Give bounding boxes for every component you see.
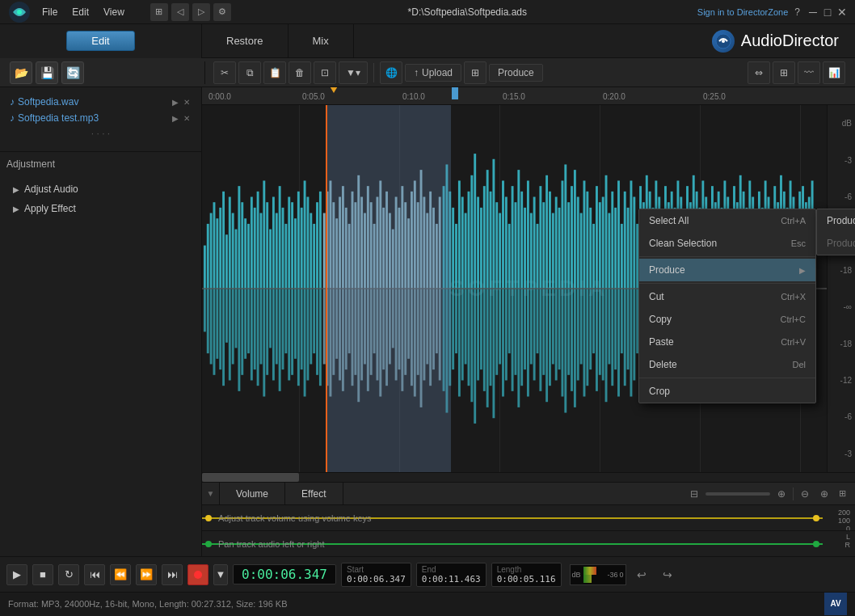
scroll-down-arrow[interactable]: · · · · xyxy=(6,126,195,141)
apply-effect-item[interactable]: ▶ Apply Effect xyxy=(6,199,195,218)
maximize-btn[interactable]: □ xyxy=(821,6,834,19)
submenu-produce-video[interactable]: Produce Video xyxy=(817,232,855,255)
svg-rect-272 xyxy=(617,289,620,397)
ctx-copy[interactable]: Copy Ctrl+C xyxy=(639,308,815,331)
prev-btn[interactable]: ⏮ xyxy=(84,564,105,585)
file-play-btn-1[interactable]: ▶ xyxy=(171,97,180,108)
svg-rect-153 xyxy=(244,289,246,359)
svg-rect-39 xyxy=(306,197,309,289)
tab-effect[interactable]: Effect xyxy=(285,483,343,504)
left-panel-header: Edit xyxy=(0,24,202,58)
volume-scale: 200 100 0 xyxy=(838,508,850,533)
svg-rect-137 xyxy=(614,208,617,289)
record-menu-btn[interactable]: ▼ xyxy=(213,564,228,585)
svg-rect-238 xyxy=(512,289,514,391)
help-btn[interactable]: ? xyxy=(794,6,800,18)
trim-icon[interactable]: ⊡ xyxy=(314,61,336,84)
zoom-slider[interactable] xyxy=(705,492,770,496)
ctx-produce[interactable]: Produce ▶ xyxy=(639,259,815,281)
menu-view[interactable]: View xyxy=(97,5,131,19)
upload-btn[interactable]: ↑ Upload xyxy=(405,64,461,82)
file-delete-btn-1[interactable]: ✕ xyxy=(182,97,192,108)
svg-rect-166 xyxy=(284,289,287,353)
mix-tab[interactable]: Mix xyxy=(289,24,354,58)
copy-icon[interactable]: ⧉ xyxy=(238,61,261,84)
save-icon[interactable]: 💾 xyxy=(36,61,58,84)
world-icon[interactable]: 🌐 xyxy=(380,61,402,84)
app-logo-icon xyxy=(8,1,31,23)
ctx-crop[interactable]: Crop xyxy=(639,380,815,403)
list-item[interactable]: ♪ Softpedia test.mp3 ▶ ✕ xyxy=(6,110,195,126)
svg-rect-14 xyxy=(229,197,231,289)
ctx-cut[interactable]: Cut Ctrl+X xyxy=(639,285,815,308)
zoom-fit-icon[interactable]: ⊟ xyxy=(686,486,702,502)
sign-in-link[interactable]: Sign in to DirectorZone xyxy=(697,7,789,17)
ctx-delete[interactable]: Delete Del xyxy=(639,353,815,376)
menu-edit[interactable]: Edit xyxy=(65,5,95,19)
ctx-cut-label: Cut xyxy=(649,291,664,302)
adjust-audio-item[interactable]: ▶ Adjust Audio xyxy=(6,179,195,199)
zoom-in-h-icon[interactable]: ⊕ xyxy=(816,486,832,502)
produce-btn[interactable]: Produce xyxy=(489,64,543,82)
submenu-produce-audio[interactable]: Produce Audio xyxy=(817,209,855,232)
svg-rect-225 xyxy=(470,289,473,402)
wave-view-icon[interactable]: 〰 xyxy=(798,61,820,84)
zoom-out-h-icon[interactable]: ⊖ xyxy=(797,486,813,502)
db-label-inf: -∞ xyxy=(844,302,852,311)
restore-mix-bar: Restore Mix AudioDirector xyxy=(202,24,855,58)
menu-file[interactable]: File xyxy=(36,5,64,19)
spectrum-icon[interactable]: 📊 xyxy=(823,61,845,84)
svg-rect-93 xyxy=(477,197,479,289)
waveform-scrollbar[interactable] xyxy=(202,472,855,482)
tab-scroll-arrow[interactable]: ▼ xyxy=(202,483,220,504)
next-btn[interactable]: ⏭ xyxy=(162,564,183,585)
svg-rect-124 xyxy=(574,170,576,289)
svg-rect-155 xyxy=(251,289,253,381)
waveform-expand-icon[interactable]: ⇔ xyxy=(748,61,770,84)
cut-icon[interactable]: ✂ xyxy=(213,61,236,84)
ctx-select-all[interactable]: Select All Ctrl+A xyxy=(639,209,815,232)
svg-rect-275 xyxy=(627,208,630,289)
refresh-icon[interactable]: 🔄 xyxy=(61,61,84,84)
grid-icon[interactable]: ⊞ xyxy=(773,61,795,84)
record-btn[interactable] xyxy=(187,564,208,585)
settings-icon[interactable]: ⚙ xyxy=(213,3,231,21)
scroll-thumb[interactable] xyxy=(202,473,299,482)
ctx-clean-selection[interactable]: Clean Selection Esc xyxy=(639,232,815,255)
file-delete-btn-2[interactable]: ✕ xyxy=(182,113,192,124)
undo-btn[interactable]: ↩ xyxy=(631,564,652,585)
rewind-btn[interactable]: ⏪ xyxy=(110,564,131,585)
loop-btn[interactable]: ↻ xyxy=(58,564,79,585)
ctx-paste[interactable]: Paste Ctrl+V xyxy=(639,331,815,353)
file-play-btn-2[interactable]: ▶ xyxy=(171,113,180,124)
zoom-in-icon[interactable]: ⊕ xyxy=(773,486,790,502)
list-item[interactable]: ♪ Softpedia.wav ▶ ✕ xyxy=(6,94,195,110)
svg-rect-220 xyxy=(455,289,457,353)
produce-submenu: Produce Audio Produce Video xyxy=(816,209,855,255)
toolbar-icon-3[interactable]: ▷ xyxy=(192,3,210,21)
forward-btn[interactable]: ⏩ xyxy=(136,564,157,585)
paste-icon[interactable]: 📋 xyxy=(263,61,286,84)
chevron-right-icon-2: ▶ xyxy=(13,205,19,213)
toolbar-icon-1[interactable]: ⊞ xyxy=(150,3,168,21)
svg-rect-146 xyxy=(222,289,225,386)
import-icon[interactable]: ⊞ xyxy=(464,61,486,84)
play-btn[interactable]: ▶ xyxy=(6,564,27,585)
zoom-reset-icon[interactable]: ⊞ xyxy=(836,486,849,502)
restore-tab[interactable]: Restore xyxy=(202,24,289,58)
delete-icon[interactable]: 🗑 xyxy=(289,61,311,84)
redo-btn[interactable]: ↪ xyxy=(657,564,678,585)
tab-volume[interactable]: Volume xyxy=(220,483,285,504)
svg-rect-256 xyxy=(567,289,570,375)
svg-rect-251 xyxy=(552,289,554,364)
folder-open-icon[interactable]: 📂 xyxy=(10,61,32,84)
edit-button[interactable]: Edit xyxy=(66,31,134,51)
db-scale: dB -3 -6 -12 -18 -∞ -18 -12 -6 -3 xyxy=(827,105,855,472)
db-zero: 0 xyxy=(620,571,624,579)
envelope-icon[interactable]: ▼▾ xyxy=(339,61,368,84)
svg-rect-258 xyxy=(574,289,576,407)
stop-btn[interactable]: ■ xyxy=(32,564,53,585)
close-btn[interactable]: ✕ xyxy=(836,6,849,19)
minimize-btn[interactable]: ─ xyxy=(807,6,819,19)
toolbar-icon-2[interactable]: ◁ xyxy=(171,3,189,21)
